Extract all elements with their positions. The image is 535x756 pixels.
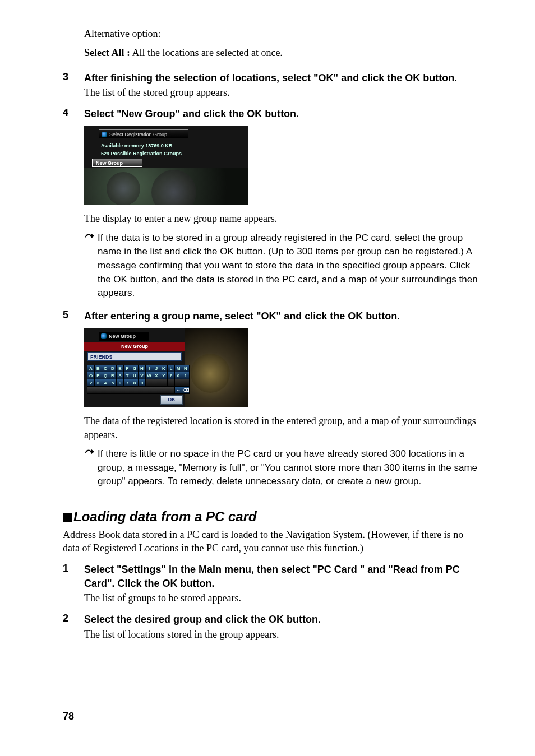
keyboard-key[interactable]: 2 bbox=[87, 379, 95, 387]
keyboard-key[interactable]: P bbox=[95, 372, 102, 379]
onscreen-keyboard: ABCDEFGHIJKLMN OPQRSTUVWXYZ01 23456789 ←… bbox=[87, 365, 190, 394]
keyboard-key[interactable]: 3 bbox=[95, 379, 102, 387]
keyboard-key[interactable]: 0 bbox=[175, 372, 182, 379]
section-intro-text: Address Book data stored in a PC card is… bbox=[63, 528, 480, 555]
note-2-text: If there is little or no space in the PC… bbox=[98, 447, 480, 489]
step-number: 2 bbox=[63, 613, 84, 641]
keyboard-key[interactable]: 1 bbox=[182, 372, 190, 379]
step-text: The list of the stored group appears. bbox=[84, 86, 480, 99]
figure-select-registration-group: Select Registration Group Available memo… bbox=[84, 126, 480, 205]
possible-groups-label: 529 Possible Registration Groups bbox=[101, 151, 182, 156]
keyboard-key bbox=[175, 379, 182, 387]
after-figure2-text: The data of the registered location is s… bbox=[84, 414, 480, 442]
keyboard-key[interactable]: 8 bbox=[131, 379, 139, 387]
page: Alternative option: Select All : All the… bbox=[0, 0, 535, 756]
keyboard-key[interactable]: D bbox=[109, 365, 117, 372]
select-all-text: All the locations are selected at once. bbox=[130, 47, 283, 58]
step-c1: 1 Select "Settings" in the Main menu, th… bbox=[63, 563, 480, 605]
keyboard-key bbox=[146, 379, 153, 387]
keyboard-row: ← ⌫ bbox=[87, 387, 190, 394]
step-title: Select the desired group and click the O… bbox=[84, 613, 480, 626]
group-name-input[interactable]: FRIENDS bbox=[87, 352, 182, 361]
step-title: After finishing the selection of locatio… bbox=[84, 71, 480, 85]
step-text: The list of groups to be stored appears. bbox=[84, 591, 480, 605]
step-title: After entering a group name, select "OK"… bbox=[84, 309, 480, 323]
arrow-left-key[interactable]: ← bbox=[175, 387, 182, 394]
keyboard-key bbox=[160, 379, 168, 387]
after-figure1-text: The display to enter a new group name ap… bbox=[84, 212, 480, 225]
select-all-line: Select All : All the locations are selec… bbox=[84, 46, 480, 59]
keyboard-key[interactable]: E bbox=[117, 365, 124, 372]
keyboard-key[interactable]: F bbox=[124, 365, 131, 372]
keyboard-key[interactable]: N bbox=[182, 365, 190, 372]
keyboard-key[interactable]: 9 bbox=[139, 379, 146, 387]
keyboard-key bbox=[168, 379, 175, 387]
step-text: The list of locations stored in the grou… bbox=[84, 628, 480, 641]
keyboard-key[interactable]: B bbox=[95, 365, 102, 372]
step-5: 5 After entering a group name, select "O… bbox=[63, 309, 480, 323]
step-c2: 2 Select the desired group and click the… bbox=[63, 613, 480, 641]
keyboard-key[interactable]: W bbox=[146, 372, 153, 379]
note-arrow-icon bbox=[84, 447, 98, 489]
keyboard-key[interactable]: 6 bbox=[117, 379, 124, 387]
keyboard-key[interactable]: 7 bbox=[124, 379, 131, 387]
space-key[interactable] bbox=[87, 387, 175, 394]
select-all-label: Select All : bbox=[84, 47, 130, 58]
keyboard-key[interactable]: U bbox=[131, 372, 139, 379]
section-title: Loading data from a PC card bbox=[73, 509, 257, 525]
ok-button[interactable]: OK bbox=[160, 395, 183, 405]
square-bullet-icon bbox=[63, 513, 72, 522]
page-number: 78 bbox=[63, 711, 74, 722]
keyboard-key bbox=[182, 379, 190, 387]
step-4: 4 Select "New Group" and click the OK bu… bbox=[63, 107, 480, 120]
keyboard-key[interactable]: J bbox=[153, 365, 160, 372]
step-number: 5 bbox=[63, 309, 84, 323]
keyboard-key[interactable]: K bbox=[160, 365, 168, 372]
keyboard-key[interactable]: H bbox=[139, 365, 146, 372]
keyboard-key[interactable]: C bbox=[102, 365, 109, 372]
keyboard-key[interactable]: R bbox=[109, 372, 117, 379]
available-memory-label: Available memory 13769.0 KB bbox=[101, 143, 172, 149]
keyboard-row: 23456789 bbox=[87, 379, 190, 387]
keyboard-key[interactable]: 4 bbox=[102, 379, 109, 387]
keyboard-key[interactable]: V bbox=[139, 372, 146, 379]
step-number: 4 bbox=[63, 107, 84, 120]
keyboard-key[interactable]: T bbox=[124, 372, 131, 379]
step-title: Select "Settings" in the Main menu, then… bbox=[84, 563, 480, 590]
keyboard-key[interactable]: Q bbox=[102, 372, 109, 379]
keyboard-row: OPQRSTUVWXYZ01 bbox=[87, 372, 190, 379]
decorative-gears bbox=[84, 168, 248, 205]
keyboard-key[interactable]: O bbox=[87, 372, 95, 379]
keyboard-key[interactable]: G bbox=[131, 365, 139, 372]
dialog-header: New Group bbox=[84, 342, 185, 351]
note-1-text: If the data is to be stored in a group a… bbox=[98, 231, 480, 300]
keyboard-key[interactable]: Y bbox=[160, 372, 168, 379]
keyboard-key[interactable]: L bbox=[168, 365, 175, 372]
keyboard-key[interactable]: 5 bbox=[109, 379, 117, 387]
note-1: If the data is to be stored in a group a… bbox=[84, 231, 480, 300]
keyboard-key[interactable]: X bbox=[153, 372, 160, 379]
dialog-title: Select Registration Group bbox=[99, 129, 188, 138]
figure-new-group: New Group New Group FRIENDS ABCDEFGHIJKL… bbox=[84, 328, 480, 407]
keyboard-key bbox=[153, 379, 160, 387]
keyboard-key[interactable]: A bbox=[87, 365, 95, 372]
delete-key[interactable]: ⌫ bbox=[182, 387, 190, 394]
step-number: 3 bbox=[63, 71, 84, 100]
dialog-title: New Group bbox=[99, 332, 149, 341]
new-group-tab[interactable]: New Group bbox=[92, 159, 142, 167]
step-3: 3 After finishing the selection of locat… bbox=[63, 71, 480, 100]
alt-option-label: Alternative option: bbox=[84, 27, 480, 40]
decorative-gears bbox=[185, 328, 248, 407]
step-title: Select "New Group" and click the OK butt… bbox=[84, 107, 480, 120]
step-number: 1 bbox=[63, 563, 84, 605]
note-arrow-icon bbox=[84, 231, 98, 300]
keyboard-key[interactable]: Z bbox=[168, 372, 175, 379]
keyboard-row: ABCDEFGHIJKLMN bbox=[87, 365, 190, 372]
note-2: If there is little or no space in the PC… bbox=[84, 447, 480, 489]
keyboard-key[interactable]: M bbox=[175, 365, 182, 372]
keyboard-key[interactable]: S bbox=[117, 372, 124, 379]
section-heading: Loading data from a PC card bbox=[63, 509, 480, 525]
keyboard-key[interactable]: I bbox=[146, 365, 153, 372]
